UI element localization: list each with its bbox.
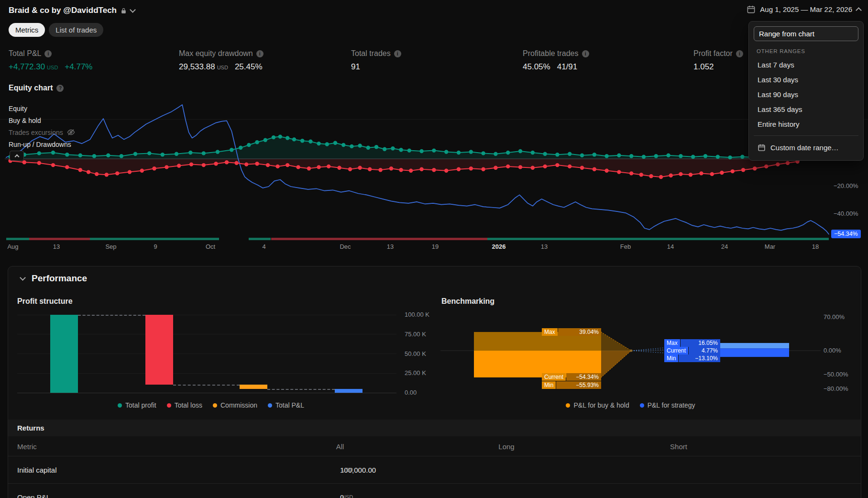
legend-label: Trades excursions	[9, 129, 63, 136]
menu-item-last-30-days[interactable]: Last 30 days	[754, 72, 858, 87]
row-metric: Initial capital	[17, 466, 57, 474]
legend-total-profit[interactable]: Total profit	[118, 401, 156, 409]
x-axis-label: 13	[387, 243, 394, 250]
calendar-icon	[758, 144, 766, 152]
menu-item-label: Custom date range…	[770, 144, 839, 152]
performance-header[interactable]: Performance	[8, 266, 87, 290]
benchmarking-legend: P&L for buy & holdP&L for strategy	[440, 401, 821, 409]
help-icon[interactable]	[56, 85, 64, 92]
legend-p-l-for-strategy[interactable]: P&L for strategy	[640, 401, 695, 409]
x-axis-label: 14	[667, 243, 674, 250]
profit-structure-chart[interactable]	[17, 310, 396, 393]
info-icon[interactable]	[394, 50, 401, 57]
legend-label: Buy & hold	[9, 117, 41, 124]
strategy-tester-page: Braid & co by @DaviddTech Aug 1, 2025 — …	[0, 0, 868, 498]
view-tabs: Metrics List of trades	[9, 23, 103, 37]
legend-label: P&L for buy & hold	[573, 401, 629, 409]
info-icon[interactable]	[582, 50, 589, 57]
menu-item-custom-date-range[interactable]: Custom date range…	[754, 140, 858, 155]
metric-value: +4,772.30	[9, 62, 45, 71]
metric-label: Total trades	[351, 49, 391, 58]
timeline-segment	[271, 238, 487, 240]
menu-item-last-90-days[interactable]: Last 90 days	[754, 87, 858, 102]
buyhold-negative-area	[474, 351, 601, 377]
column-metric: Metric	[17, 442, 37, 450]
tab-list-of-trades[interactable]: List of trades	[49, 23, 103, 37]
collapse-chart-button[interactable]	[10, 151, 24, 161]
equity-chart-canvas[interactable]	[5, 103, 830, 238]
legend-trades-excursions[interactable]: Trades excursions	[9, 126, 75, 138]
returns-section-header[interactable]: Returns	[8, 420, 861, 436]
y-axis-label: −20.00%	[834, 182, 858, 189]
x-axis-label: 4	[262, 243, 265, 250]
timeline-segment	[90, 238, 219, 240]
benchmarking-chart[interactable]	[440, 310, 821, 394]
column-long: Long	[498, 442, 514, 450]
table-row[interactable]: Open P&L 0USD	[8, 484, 861, 498]
y-axis-label: −40.00%	[834, 210, 858, 217]
x-axis-label: Aug	[7, 243, 18, 250]
date-range-control[interactable]: Aug 1, 2025 — Mar 22, 2026	[747, 5, 861, 14]
menu-item-last-7-days[interactable]: Last 7 days	[754, 57, 858, 72]
legend-label: Commission	[220, 401, 257, 409]
timeline-segment	[6, 238, 29, 240]
eye-off-icon[interactable]	[67, 128, 75, 136]
buyhold-positive-area	[474, 332, 601, 351]
legend-label: Run-up / Drawdowns	[9, 141, 71, 148]
info-icon[interactable]	[256, 50, 264, 57]
y-axis-label: 70.00%	[824, 313, 845, 321]
info-icon[interactable]	[736, 50, 743, 57]
y-axis-label: 0.00	[405, 389, 417, 396]
metric-unit: USD	[47, 65, 58, 70]
legend-runup-drawdowns[interactable]: Run-up / Drawdowns	[9, 138, 75, 150]
info-icon[interactable]	[44, 50, 52, 57]
x-axis-label: Mar	[765, 243, 775, 250]
legend-p-l-for-buy-hold[interactable]: P&L for buy & hold	[566, 401, 629, 409]
legend-dot	[118, 403, 122, 408]
performance-card: Performance Profit structure Benchmarkin…	[8, 266, 861, 498]
bar-total-p-l[interactable]	[335, 389, 363, 393]
legend-dot	[640, 403, 644, 408]
date-range-menu: Range from chart OTHER RANGES Last 7 day…	[748, 21, 864, 161]
chevron-up-icon	[856, 7, 862, 13]
tab-metrics[interactable]: Metrics	[9, 23, 45, 37]
bar-total-profit[interactable]	[50, 315, 78, 393]
legend-equity[interactable]: Equity	[9, 102, 75, 114]
y-axis-label: 25.00 K	[405, 369, 426, 376]
range-from-chart-option[interactable]: Range from chart	[754, 26, 858, 41]
metric-profitable-trades: Profitable trades 45.05%41/91	[523, 49, 589, 72]
y-axis-label: −50.00%	[824, 371, 848, 378]
column-short: Short	[670, 442, 687, 450]
legend-total-loss[interactable]: Total loss	[167, 401, 202, 409]
legend-label: Total profit	[125, 401, 156, 409]
legend-label: Total loss	[175, 401, 202, 409]
y-axis-label: −80.00%	[824, 385, 848, 392]
x-axis-label: 24	[721, 243, 728, 250]
x-axis-label: 13	[541, 243, 548, 250]
x-axis-label: Oct	[206, 243, 215, 250]
menu-divider	[754, 135, 858, 136]
menu-item-last-365-days[interactable]: Last 365 days	[754, 102, 858, 117]
returns-title: Returns	[17, 424, 44, 432]
equity-timeline-strip[interactable]	[5, 238, 830, 240]
bar-commission[interactable]	[240, 385, 267, 389]
table-row[interactable]: Initial capital 100,000.00USD	[8, 456, 861, 484]
metric-total-trades: Total trades 91	[351, 49, 401, 72]
timeline-segment	[29, 238, 90, 240]
metric-total-pnl: Total P&L +4,772.30USD+4.77%	[9, 49, 92, 72]
strategy-title-row[interactable]: Braid & co by @DaviddTech	[9, 6, 135, 15]
x-axis-label: Feb	[620, 243, 631, 250]
legend-buy-hold[interactable]: Buy & hold	[9, 114, 75, 126]
x-axis-label: 2026	[492, 243, 506, 250]
equity-legend: Equity Buy & hold Trades excursions Run-…	[9, 102, 75, 150]
bar-total-loss[interactable]	[145, 315, 173, 385]
metric-value: 91	[351, 62, 360, 71]
metric-value: 1.052	[693, 62, 714, 71]
menu-item-entire-history[interactable]: Entire history	[754, 117, 858, 132]
metric-extra: +4.77%	[65, 62, 92, 71]
legend-commission[interactable]: Commission	[213, 401, 257, 409]
metric-label: Profitable trades	[523, 49, 579, 58]
legend-total-p-l[interactable]: Total P&L	[268, 401, 304, 409]
metric-extra: 25.45%	[235, 62, 263, 71]
chevron-down-icon[interactable]	[130, 7, 136, 13]
